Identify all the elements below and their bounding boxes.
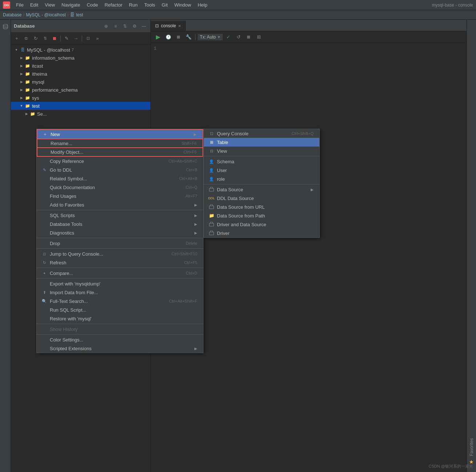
sidebar-strip — [0, 20, 11, 472]
tb-edit-btn[interactable]: ✎ — [62, 34, 71, 43]
table-icon: ⊞ — [208, 139, 215, 145]
tb-more-btn[interactable]: » — [93, 34, 102, 43]
tree-item-test[interactable]: ▼ 📁 test — [11, 102, 150, 110]
ctx-item-db-tools[interactable]: Database Tools ▶ — [37, 220, 203, 228]
tb-copy-btn[interactable]: ⧉ — [22, 34, 31, 43]
menu-tools[interactable]: Tools — [141, 1, 158, 8]
tree-item-itheima[interactable]: ▶ 📁 itheima — [11, 70, 150, 78]
ctx-item-copy-ref[interactable]: Copy Reference Ctrl+Alt+Shift+C — [37, 157, 203, 165]
menu-window[interactable]: Window — [172, 1, 194, 8]
drop-icon — [41, 240, 48, 247]
tree-item-perf[interactable]: ▶ 📁 performance_schema — [11, 86, 150, 94]
ctx-sub-driver-datasource[interactable]: Driver and Data Source — [204, 220, 319, 229]
ctx-sub-schema[interactable]: 👤 Schema — [204, 157, 319, 166]
table-view-btn[interactable]: ⊞ — [255, 33, 263, 41]
tree-item-se[interactable]: ▶ 📁 Se... — [11, 110, 150, 118]
ctx-sub-datasource[interactable]: Data Source ▶ — [204, 185, 319, 194]
ctx-item-scripted[interactable]: Scripted Extensions ▶ — [37, 344, 203, 353]
commit-btn[interactable]: ✓ — [224, 33, 233, 41]
db-group-btn[interactable]: ≡ — [112, 23, 119, 30]
run-btn[interactable]: ▶ — [154, 33, 162, 41]
stop-run-btn[interactable]: ⏹ — [174, 33, 183, 41]
datasource-path-icon: 📁 — [208, 212, 215, 219]
menu-navigate[interactable]: Navigate — [59, 1, 83, 8]
ctx-item-run-sql[interactable]: Run SQL Script... — [37, 305, 203, 314]
ctx-sub-role[interactable]: 👤 role — [204, 175, 319, 183]
ctx-item-find-usages-shortcut: Alt+F7 — [186, 194, 197, 198]
db-tools-icon — [41, 221, 48, 227]
ctx-item-fulltext[interactable]: 🔍 Full-Text Search... Ctrl+Alt+Shift+F — [37, 297, 203, 305]
ctx-item-export[interactable]: Export with 'mysqldump' — [37, 279, 203, 288]
sidebar-database-icon[interactable] — [1, 23, 9, 31]
menu-git[interactable]: Git — [159, 1, 171, 8]
tb-stop-btn[interactable]: ⏹ — [50, 34, 59, 43]
tree-item-itcast[interactable]: ▶ 📁 itcast — [11, 62, 150, 70]
ctx-item-rename[interactable]: Rename... Shift+F6 — [37, 139, 203, 148]
tree-label-mysql-db: mysql — [32, 79, 44, 85]
menu-code[interactable]: Code — [84, 1, 101, 8]
new-menu-item-wrapper: + New ▶ — [37, 129, 203, 139]
stop2-btn[interactable]: ⏹ — [245, 33, 253, 41]
ctx-item-quick-doc[interactable]: Quick Documentation Ctrl+Q — [37, 183, 203, 192]
db-settings-btn[interactable]: ⚙ — [131, 23, 138, 30]
tree-item-mysql-db[interactable]: ▶ 📁 mysql — [11, 78, 150, 86]
console-tab-close[interactable]: ✕ — [178, 24, 181, 28]
ctx-item-compare[interactable]: ✦ Compare... Ctrl+D — [37, 269, 203, 277]
db-close-btn[interactable]: — — [140, 23, 148, 30]
history-btn[interactable]: 🕐 — [164, 33, 173, 41]
menu-help[interactable]: Help — [195, 1, 210, 8]
tb-refresh-btn[interactable]: ↻ — [31, 34, 40, 43]
tb-sync-btn[interactable]: ⇅ — [41, 34, 49, 43]
ctx-item-refresh[interactable]: ↻ Refresh Ctrl+F5 — [37, 258, 203, 267]
tb-add-btn[interactable]: + — [12, 34, 21, 43]
test-icon: 🗄 — [70, 12, 74, 17]
ctx-item-drop-label: Drop — [50, 241, 178, 246]
ctx-item-sql-scripts[interactable]: SQL Scripts ▶ — [37, 211, 203, 220]
tree-item-info-schema[interactable]: ▶ 📁 information_schema — [11, 54, 150, 62]
db-filter-btn[interactable]: ⇅ — [121, 23, 129, 30]
ctx-sub-datasource-url[interactable]: Data Source from URL — [204, 203, 319, 211]
ctx-item-color[interactable]: Color Settings... — [37, 335, 203, 344]
ctx-sub-view[interactable]: ⊟ View — [204, 147, 319, 155]
ctx-item-related[interactable]: Related Symbol... Ctrl+Alt+B — [37, 174, 203, 183]
tree-item-mysql[interactable]: ▼ 🗄 MySQL - @localhost 7 — [11, 46, 150, 54]
breadcrumb-test[interactable]: 🗄 test — [70, 12, 83, 17]
ddl-icon: ✎ — [41, 167, 48, 173]
menu-view[interactable]: View — [42, 1, 58, 8]
menu-run[interactable]: Run — [126, 1, 141, 8]
ctx-sub-driver[interactable]: Driver — [204, 229, 319, 237]
ctx-item-diagnostics[interactable]: Diagnostics ▶ — [37, 228, 203, 237]
rollback-btn[interactable]: ↺ — [234, 33, 243, 41]
breadcrumb-database[interactable]: Database — [3, 12, 21, 17]
db-add-datasource-btn[interactable]: ⊕ — [102, 23, 110, 30]
context-menu-main: + New ▶ Rename... Shift+F6 Modify Object… — [36, 129, 203, 353]
menu-file[interactable]: File — [13, 1, 27, 8]
tb-jump-btn[interactable]: → — [72, 34, 80, 43]
ctx-sub-datasource-path[interactable]: 📁 Data Source from Path — [204, 211, 319, 220]
breadcrumb-mysql[interactable]: MySQL - @localhost — [26, 12, 66, 17]
ctx-item-import[interactable]: ⬆ Import Data from File... — [37, 288, 203, 297]
tab-console[interactable]: ⊡ console ✕ — [151, 21, 186, 31]
settings-console-btn[interactable]: 🔧 — [184, 33, 193, 41]
ctx-item-goto-ddl[interactable]: ✎ Go to DDL Ctrl+B — [37, 165, 203, 174]
user-icon: 👤 — [208, 167, 215, 173]
ctx-sub-table[interactable]: ⊞ Table — [204, 138, 319, 147]
ctx-sub-user[interactable]: 👤 User — [204, 166, 319, 175]
ctx-sub-query-console[interactable]: ⊡ Query Console Ctrl+Shift+Q — [204, 129, 319, 138]
tx-dropdown[interactable]: Tx: Auto ▼ — [198, 34, 223, 40]
ctx-item-modify[interactable]: Modify Object... Ctrl+F6 — [37, 148, 203, 157]
ctx-item-restore[interactable]: Restore with 'mysql' — [37, 314, 203, 323]
ctx-item-jump-console[interactable]: ⊡ Jump to Query Console... Ctrl+Shift+F1… — [37, 249, 203, 258]
ctx-item-find-usages[interactable]: Find Usages Alt+F7 — [37, 192, 203, 200]
ctx-sub-ddl-datasource[interactable]: DDL DDL Data Source — [204, 194, 319, 203]
ctx-item-favorites[interactable]: Add to Favorites ▶ — [37, 200, 203, 209]
ctx-item-rename-label: Rename... — [51, 141, 174, 146]
scripted-icon — [41, 345, 48, 352]
menu-edit[interactable]: Edit — [27, 1, 41, 8]
ctx-item-new[interactable]: + New ▶ — [37, 130, 202, 139]
tree-item-sys[interactable]: ▶ 📁 sys — [11, 94, 150, 102]
ctx-item-drop[interactable]: Drop Delete — [37, 239, 203, 248]
favorites-label[interactable]: Favorites — [469, 435, 474, 459]
menu-refactor[interactable]: Refactor — [102, 1, 125, 8]
tb-query-btn[interactable]: ⊡ — [84, 34, 92, 43]
